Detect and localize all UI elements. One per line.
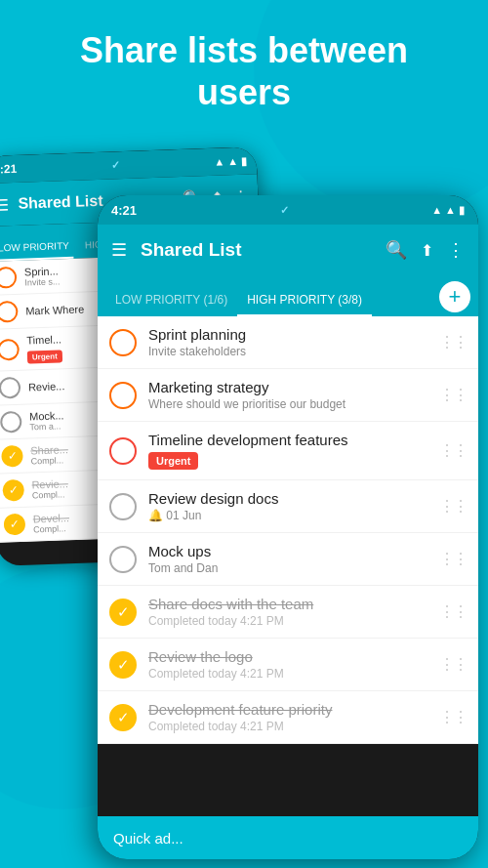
item-title: Revie... — [28, 380, 65, 393]
phone-foreground: 4:21 ✓ ▲ ▲ ▮ ☰ Shared List 🔍 ⬆ ⋮ LOW PRI… — [98, 195, 478, 859]
fg-search-icon[interactable]: 🔍 — [386, 239, 407, 261]
bg-status-icons: ▲ ▲ ▮ — [214, 154, 247, 168]
item-circle-orange — [109, 329, 137, 356]
item-circle-checked: ✓ — [1, 445, 23, 468]
fg-status-bar: 4:21 ✓ ▲ ▲ ▮ — [98, 195, 478, 225]
item-title: Review the logo — [148, 648, 427, 665]
item-sub: Completed today 4:21 PM — [148, 614, 427, 628]
fg-tabs-bar: LOW PRIORITY (1/6) HIGH PRIORITY (3/8) + — [98, 275, 478, 316]
bg-tab-low[interactable]: LOW PRIORITY — [0, 234, 73, 262]
bg-time: 4:21 — [0, 162, 17, 177]
drag-handle-icon: ⋮⋮ — [439, 655, 467, 674]
drag-handle-icon: ⋮⋮ — [439, 333, 467, 351]
fg-status-icons: ▲ ▲ ▮ — [431, 204, 465, 217]
signal-icon: ▲ — [214, 155, 224, 167]
item-content: Review the logo Completed today 4:21 PM — [148, 648, 427, 681]
item-title: Marketing strategy — [148, 379, 427, 395]
list-item[interactable]: Marketing strategy Where should we prior… — [98, 369, 478, 422]
wifi-icon: ▲ — [445, 204, 456, 216]
tab-add-button[interactable]: + — [439, 281, 470, 312]
fg-more-icon[interactable]: ⋮ — [447, 239, 465, 261]
drag-handle-icon: ⋮⋮ — [439, 550, 467, 568]
item-content: Timel... Urgent — [26, 333, 62, 363]
fg-menu-icon[interactable]: ☰ — [111, 239, 127, 261]
item-content: Mark Where — [25, 304, 84, 317]
item-title: Mark Where — [25, 304, 84, 317]
drag-handle-icon: ⋮⋮ — [439, 708, 467, 726]
drag-handle-icon: ⋮⋮ — [439, 386, 467, 404]
list-item[interactable]: Mock ups Tom and Dan ⋮⋮ — [98, 533, 478, 586]
item-content: Mock ups Tom and Dan — [148, 543, 427, 575]
urgent-badge: Urgent — [148, 452, 198, 470]
fg-tab-high[interactable]: HIGH PRIORITY (3/8) — [237, 285, 372, 316]
wifi-icon: ▲ — [227, 155, 238, 167]
item-circle-checked: ✓ — [109, 704, 137, 731]
fg-share-icon[interactable]: ⬆ — [421, 241, 433, 260]
list-item[interactable]: ✓ Development feature priority Completed… — [98, 691, 478, 744]
battery-icon: ▮ — [241, 154, 247, 167]
item-sub: Completed today 4:21 PM — [148, 720, 427, 733]
item-circle-orange — [0, 339, 20, 361]
fg-tab-low[interactable]: LOW PRIORITY (1/6) — [105, 285, 237, 316]
list-item[interactable]: ✓ Share docs with the team Completed tod… — [98, 586, 478, 639]
fg-toolbar: ☰ Shared List 🔍 ⬆ ⋮ — [98, 225, 478, 275]
item-content: Share docs with the team Completed today… — [148, 596, 427, 628]
item-sub: Invite s... — [24, 276, 60, 287]
item-sub: Invite stakeholders — [148, 345, 427, 358]
hero-line2: users — [20, 71, 468, 113]
urgent-badge: Urgent — [27, 350, 62, 363]
item-circle-checked: ✓ — [109, 651, 137, 679]
item-content: Revie... Compl... — [31, 477, 68, 500]
list-item[interactable]: Timeline development features Urgent ⋮⋮ — [98, 422, 478, 480]
list-item[interactable]: Review design docs 🔔 01 Jun ⋮⋮ — [98, 480, 478, 533]
list-item[interactable]: Sprint planning Invite stakeholders ⋮⋮ — [98, 316, 478, 369]
drag-handle-icon: ⋮⋮ — [439, 602, 467, 621]
item-circle-checked: ✓ — [2, 479, 24, 502]
list-item[interactable]: ✓ Review the logo Completed today 4:21 P… — [98, 639, 478, 691]
item-title: Review design docs — [148, 490, 427, 507]
fg-list: Sprint planning Invite stakeholders ⋮⋮ M… — [98, 316, 478, 744]
item-circle-checked: ✓ — [4, 514, 26, 536]
bg-checkmark-icon: ✓ — [111, 159, 120, 172]
item-circle-red — [109, 437, 137, 465]
item-sub: Completed today 4:21 PM — [148, 667, 427, 681]
item-circle — [109, 493, 137, 520]
item-content: Sprin... Invite s... — [24, 265, 61, 287]
bg-menu-icon[interactable]: ☰ — [0, 195, 9, 214]
quick-add-label: Quick ad... — [113, 830, 183, 847]
quick-add-bar[interactable]: Quick ad... — [98, 816, 478, 859]
item-content: Sprint planning Invite stakeholders — [148, 326, 427, 358]
drag-handle-icon: ⋮⋮ — [439, 441, 467, 460]
item-title: Share docs with the team — [148, 596, 427, 612]
fg-checkmark-icon: ✓ — [280, 204, 289, 217]
item-sub: Tom and Dan — [148, 561, 427, 575]
item-content: Marketing strategy Where should we prior… — [148, 379, 427, 411]
item-content: Mock... Tom a... — [29, 409, 64, 432]
item-content: Timeline development features Urgent — [148, 432, 427, 470]
item-title: Development feature priority — [148, 701, 427, 718]
item-circle-orange — [0, 301, 19, 323]
item-circle — [0, 377, 20, 399]
fg-time: 4:21 — [111, 203, 137, 218]
item-circle — [0, 411, 22, 434]
hero-line1: Share lists between — [20, 29, 468, 71]
battery-icon: ▮ — [459, 204, 465, 217]
item-content: Share... Compl... — [30, 443, 68, 466]
bell-icon: 🔔 — [148, 509, 163, 522]
item-sub: Compl... — [32, 489, 69, 500]
item-content: Development feature priority Completed t… — [148, 701, 427, 733]
item-sub: Tom a... — [29, 421, 64, 432]
item-circle — [109, 546, 137, 573]
item-circle-orange — [0, 267, 17, 289]
item-sub: Compl... — [31, 455, 69, 466]
fg-toolbar-title: Shared List — [141, 239, 372, 261]
item-title: Sprint planning — [148, 326, 427, 343]
item-sub: Compl... — [33, 523, 70, 534]
item-title: Mock ups — [148, 543, 427, 559]
item-title: Timeline development features — [148, 432, 427, 448]
item-content: Revie... — [28, 380, 65, 393]
hero-text: Share lists between users — [0, 29, 488, 113]
signal-icon: ▲ — [431, 204, 442, 216]
item-sub: 🔔 01 Jun — [148, 509, 427, 522]
item-circle-orange — [109, 382, 137, 409]
